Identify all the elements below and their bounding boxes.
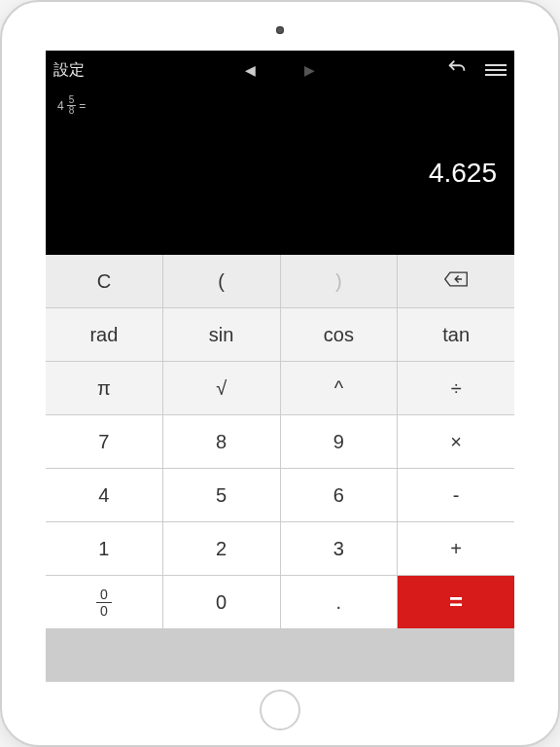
key-3[interactable]: 3 bbox=[281, 522, 398, 575]
history-nav: ◀ ▶ bbox=[245, 62, 315, 78]
key-add[interactable]: + bbox=[398, 522, 514, 575]
key-rparen[interactable]: ) bbox=[281, 255, 398, 307]
top-bar: 設定 ◀ ▶ bbox=[46, 51, 514, 89]
key-multiply[interactable]: × bbox=[398, 415, 514, 468]
expr-denominator: 8 bbox=[67, 106, 77, 116]
key-subtract[interactable]: - bbox=[398, 469, 514, 521]
key-equals[interactable]: = bbox=[398, 576, 514, 628]
key-5[interactable]: 5 bbox=[163, 469, 280, 521]
key-9[interactable]: 9 bbox=[281, 415, 398, 468]
key-pi[interactable]: π bbox=[46, 362, 162, 414]
key-7[interactable]: 7 bbox=[46, 415, 162, 468]
key-sin[interactable]: sin bbox=[163, 308, 280, 361]
key-clear[interactable]: C bbox=[46, 255, 162, 307]
key-2[interactable]: 2 bbox=[163, 522, 280, 575]
undo-icon[interactable] bbox=[446, 57, 468, 83]
expr-fraction: 5 8 bbox=[67, 95, 77, 116]
key-8[interactable]: 8 bbox=[163, 415, 280, 468]
key-sqrt[interactable]: √ bbox=[163, 362, 280, 414]
expr-whole: 4 bbox=[57, 99, 64, 113]
fraction-icon-num: 0 bbox=[96, 587, 112, 603]
display-area: 設定 ◀ ▶ 4 bbox=[46, 51, 514, 255]
key-backspace[interactable] bbox=[398, 255, 514, 307]
key-cos[interactable]: cos bbox=[281, 308, 398, 361]
key-tan[interactable]: tan bbox=[398, 308, 514, 361]
keypad: C ( ) rad sin cos tan π √ ^ ÷ 7 bbox=[46, 255, 514, 682]
key-rad[interactable]: rad bbox=[46, 308, 162, 361]
result-value: 4.625 bbox=[46, 148, 514, 255]
tablet-frame: 設定 ◀ ▶ 4 bbox=[0, 0, 560, 747]
key-dot[interactable]: . bbox=[281, 576, 398, 628]
key-power[interactable]: ^ bbox=[281, 362, 398, 414]
menu-icon[interactable] bbox=[485, 64, 507, 76]
key-lparen[interactable]: ( bbox=[163, 255, 280, 307]
app-screen: 設定 ◀ ▶ 4 bbox=[46, 51, 514, 682]
expression-line: 4 5 8 = bbox=[46, 89, 514, 122]
expr-equals: = bbox=[79, 99, 86, 113]
device-camera bbox=[276, 26, 284, 34]
key-6[interactable]: 6 bbox=[281, 469, 398, 521]
fraction-icon: 0 0 bbox=[96, 587, 112, 618]
settings-button[interactable]: 設定 bbox=[53, 60, 85, 81]
history-next-icon[interactable]: ▶ bbox=[304, 62, 315, 78]
key-fraction[interactable]: 0 0 bbox=[46, 576, 162, 628]
backspace-icon bbox=[443, 270, 469, 293]
key-0[interactable]: 0 bbox=[163, 576, 280, 628]
key-divide[interactable]: ÷ bbox=[398, 362, 514, 414]
key-1[interactable]: 1 bbox=[46, 522, 162, 575]
history-prev-icon[interactable]: ◀ bbox=[245, 62, 256, 78]
key-4[interactable]: 4 bbox=[46, 469, 162, 521]
fraction-icon-den: 0 bbox=[96, 603, 112, 618]
home-button[interactable] bbox=[260, 690, 300, 730]
